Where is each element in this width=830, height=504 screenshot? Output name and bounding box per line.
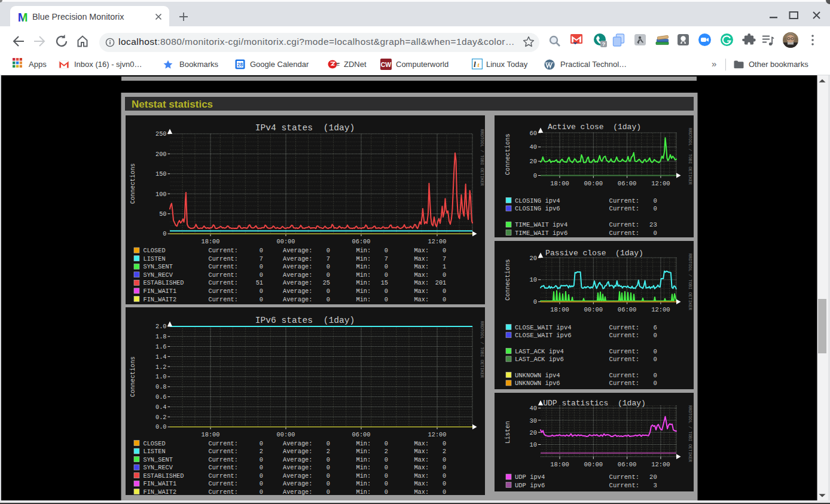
svg-text:Current:: Current: [209,288,238,295]
svg-text:0: 0 [653,197,657,204]
svg-text:FIN_WAIT2: FIN_WAIT2 [144,296,177,303]
svg-text:06:00: 06:00 [618,306,637,313]
svg-text:12:00: 12:00 [428,431,447,438]
svg-text:Min:: Min: [356,255,371,262]
svg-text:201: 201 [435,279,447,286]
svg-text:0: 0 [326,263,330,270]
svg-text:200: 200 [155,151,167,158]
svg-text:18:00: 18:00 [550,461,569,468]
svg-text:0: 0 [443,472,446,479]
svg-text:0: 0 [385,456,388,463]
svg-text:00:00: 00:00 [277,238,295,245]
svg-text:Max:: Max: [414,247,429,254]
svg-text:M: M [18,11,28,22]
svg-text:0: 0 [385,296,388,303]
svg-text:Max:: Max: [414,271,429,279]
svg-text:Current:: Current: [609,332,639,339]
svg-text:UNKNOWN ipv6: UNKNOWN ipv6 [515,380,560,387]
svg-text:Average:: Average: [283,288,312,295]
svg-text:0.4: 0.4 [155,404,167,411]
svg-text:0: 0 [260,472,263,479]
svg-text:30: 30 [529,417,537,424]
svg-text:SYN_SENT: SYN_SENT [144,263,173,270]
svg-text:12:00: 12:00 [651,180,670,187]
svg-text:?: ? [602,41,606,47]
svg-text:Average:: Average: [283,271,312,279]
svg-text:0: 0 [326,288,330,295]
svg-text:Average:: Average: [283,247,312,254]
svg-text:0: 0 [326,247,330,254]
svg-text:Min:: Min: [356,456,371,463]
svg-text:Current:: Current: [609,348,639,355]
svg-text:06:00: 06:00 [618,180,637,187]
svg-text:60: 60 [529,130,537,137]
svg-text:Average:: Average: [283,296,312,303]
svg-text:CLOSED: CLOSED [144,247,166,254]
svg-text:0: 0 [326,472,330,479]
svg-text:Current:: Current: [209,279,238,286]
svg-text:Min:: Min: [356,472,371,479]
svg-text:0: 0 [385,480,388,487]
svg-text:RRDTOOL / TOBI OETIKER: RRDTOOL / TOBI OETIKER [688,253,692,311]
svg-text:51: 51 [256,279,263,286]
svg-text:0: 0 [385,263,388,270]
svg-text:CLOSE_WAIT ipv4: CLOSE_WAIT ipv4 [515,324,572,331]
svg-text:Max:: Max: [414,480,429,487]
svg-text:0: 0 [443,271,446,279]
svg-text:40: 40 [529,143,537,151]
svg-text:CLOSE_WAIT ipv6: CLOSE_WAIT ipv6 [515,332,572,339]
svg-text:IPv4 states (1day): IPv4 states (1day) [255,123,355,133]
svg-text:Current:: Current: [209,263,238,270]
svg-text:0: 0 [653,356,657,363]
svg-text:Min:: Min: [356,271,371,279]
svg-text:IPv6 states (1day): IPv6 states (1day) [255,316,355,325]
svg-text:Max:: Max: [414,456,429,463]
svg-text:Max:: Max: [414,255,429,262]
svg-text:0: 0 [443,296,446,303]
svg-text:0: 0 [326,480,330,487]
svg-text:Connections: Connections [129,163,136,204]
svg-text:20: 20 [529,429,537,436]
svg-text:0: 0 [260,247,263,254]
svg-text:SYN_RECV: SYN_RECV [144,271,173,279]
svg-text:RRDTOOL / TOBI OETIKER: RRDTOOL / TOBI OETIKER [480,321,484,378]
svg-text:2: 2 [260,448,263,455]
svg-text:FIN_WAIT2: FIN_WAIT2 [144,488,177,496]
svg-text:Current:: Current: [609,205,639,212]
svg-text:Current:: Current: [209,448,238,455]
svg-text:0: 0 [326,488,330,496]
svg-text:0: 0 [385,440,388,447]
svg-text:Min:: Min: [356,279,371,286]
svg-text:Current:: Current: [609,482,639,489]
svg-text:Passive close (1day): Passive close (1day) [545,249,643,258]
svg-text:0: 0 [163,230,166,237]
svg-text:7: 7 [443,255,446,262]
svg-text:Average:: Average: [283,279,312,286]
svg-text:Current:: Current: [209,271,238,279]
svg-text:00:00: 00:00 [584,306,603,313]
svg-text:ESTABLISHED: ESTABLISHED [144,279,184,286]
svg-text:0: 0 [653,380,657,387]
svg-text:20: 20 [529,255,537,262]
svg-text:Min:: Min: [356,440,371,447]
svg-text:0: 0 [326,464,330,471]
svg-text:0.8: 0.8 [155,383,167,390]
svg-text:12:00: 12:00 [428,238,447,245]
svg-text:0: 0 [260,288,263,295]
svg-text:LISTEN: LISTEN [144,255,166,262]
svg-text:10: 10 [529,441,537,448]
svg-text:20: 20 [529,158,537,165]
svg-text:0: 0 [260,480,263,487]
svg-text:1.6: 1.6 [155,343,167,350]
svg-text:18:00: 18:00 [202,238,220,245]
svg-text:Max:: Max: [414,288,429,295]
svg-text:00:00: 00:00 [277,431,295,438]
svg-text:00:00: 00:00 [584,180,603,187]
svg-text:7: 7 [260,255,263,262]
svg-text:Average:: Average: [283,263,312,270]
svg-text:0: 0 [260,464,263,471]
svg-text:Current:: Current: [209,456,238,463]
svg-text:CLOSING ipv6: CLOSING ipv6 [515,205,560,212]
svg-text:FIN_WAIT1: FIN_WAIT1 [144,480,177,487]
svg-text:18:00: 18:00 [202,431,220,438]
